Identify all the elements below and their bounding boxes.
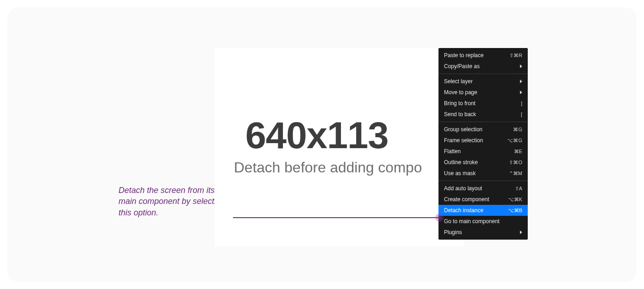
menu-item-shortcut: ] (521, 101, 522, 106)
menu-item-right (520, 64, 522, 68)
menu-item-create-component[interactable]: Create component⌥⌘K (438, 194, 528, 205)
menu-item-label: Create component (444, 196, 489, 203)
menu-item-label: Bring to front (444, 100, 476, 107)
annotation-connector-line (233, 217, 438, 218)
menu-item-add-auto-layout[interactable]: Add auto layout⇧A (438, 183, 528, 194)
menu-item-send-to-back[interactable]: Send to back[ (438, 109, 528, 120)
menu-separator (438, 181, 528, 181)
menu-item-paste-to-replace[interactable]: Paste to replace⇧⌘R (438, 50, 528, 61)
menu-item-shortcut: [ (521, 112, 522, 117)
menu-item-label: Plugins (444, 229, 462, 235)
menu-item-select-layer[interactable]: Select layer (438, 76, 528, 87)
menu-item-detach-instance[interactable]: Detach instance⌥⌘B (438, 205, 528, 216)
menu-item-use-as-mask[interactable]: Use as mask⌃⌘M (438, 168, 528, 179)
menu-item-flatten[interactable]: Flatten⌘E (438, 146, 528, 157)
menu-item-right: ⇧⌘O (509, 160, 522, 166)
menu-item-shortcut: ⇧A (515, 186, 522, 192)
menu-item-bring-to-front[interactable]: Bring to front] (438, 98, 528, 109)
menu-item-move-to-page[interactable]: Move to page (438, 87, 528, 98)
menu-item-shortcut: ⌃⌘M (509, 171, 522, 177)
menu-item-right (520, 91, 522, 94)
stage: Detach the screen from its main componen… (7, 7, 637, 282)
menu-item-label: Select layer (444, 78, 473, 85)
menu-item-right (520, 230, 522, 234)
menu-separator (438, 74, 528, 74)
frame-hint-text: Detach before adding compo (234, 159, 463, 176)
menu-item-label: Move to page (444, 89, 477, 96)
menu-item-frame-selection[interactable]: Frame selection⌥⌘G (438, 135, 528, 146)
menu-item-label: Add auto layout (444, 185, 482, 192)
menu-item-plugins[interactable]: Plugins (438, 227, 528, 238)
menu-item-right: ⌃⌘M (509, 171, 522, 177)
menu-item-right: ⌥⌘K (508, 197, 522, 203)
chevron-right-icon (520, 80, 522, 83)
menu-item-right: ⌥⌘B (508, 208, 522, 214)
annotation-dot (438, 216, 441, 219)
menu-separator (438, 122, 528, 122)
menu-item-label: Send to back (444, 111, 476, 118)
menu-item-shortcut: ⌥⌘B (508, 208, 522, 214)
menu-item-right: ⌘G (513, 127, 522, 133)
menu-item-outline-stroke[interactable]: Outline stroke⇧⌘O (438, 157, 528, 168)
context-menu[interactable]: Paste to replace⇧⌘RCopy/Paste asSelect l… (438, 48, 528, 240)
menu-item-shortcut: ⌥⌘K (508, 197, 522, 203)
menu-item-copy-paste-as[interactable]: Copy/Paste as (438, 61, 528, 72)
menu-item-label: Use as mask (444, 170, 476, 177)
menu-item-right: ⌥⌘G (507, 138, 522, 144)
menu-item-label: Go to main component (444, 218, 499, 225)
menu-item-label: Detach instance (444, 207, 483, 214)
menu-item-shortcut: ⇧⌘R (509, 53, 522, 59)
menu-item-label: Copy/Paste as (444, 63, 480, 70)
annotation-caption: Detach the screen from its main componen… (119, 185, 229, 218)
menu-item-shortcut: ⌘E (514, 149, 522, 155)
menu-item-right (520, 80, 522, 83)
menu-item-shortcut: ⌥⌘G (507, 138, 522, 144)
menu-item-right: ] (521, 101, 522, 106)
chevron-right-icon (520, 64, 522, 68)
menu-item-shortcut: ⌘G (513, 127, 522, 133)
menu-item-right: ⇧A (515, 186, 522, 192)
menu-item-label: Frame selection (444, 137, 483, 144)
menu-item-label: Flatten (444, 148, 461, 155)
menu-item-right: ⌘E (514, 149, 522, 155)
chevron-right-icon (520, 230, 522, 234)
menu-item-label: Outline stroke (444, 159, 478, 166)
menu-item-shortcut: ⇧⌘O (509, 160, 522, 166)
menu-item-label: Paste to replace (444, 52, 484, 59)
menu-item-right: [ (521, 112, 522, 117)
menu-item-right: ⇧⌘R (509, 53, 522, 59)
menu-item-label: Group selection (444, 126, 482, 133)
chevron-right-icon (520, 91, 522, 94)
menu-item-go-to-main-component[interactable]: Go to main component (438, 216, 528, 227)
menu-item-group-selection[interactable]: Group selection⌘G (438, 124, 528, 135)
